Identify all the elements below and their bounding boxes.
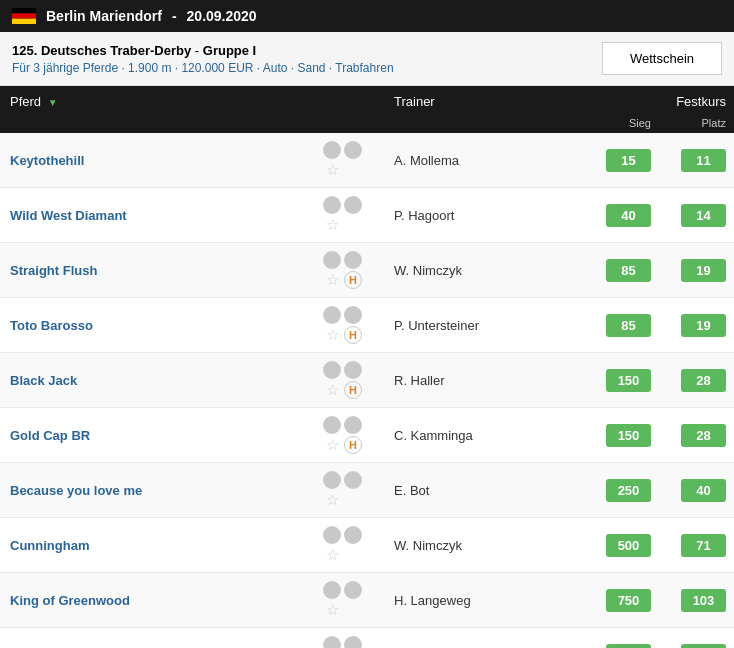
header-location: Berlin Mariendorf <box>46 8 162 24</box>
platz-odds-btn[interactable]: 103 <box>681 589 726 612</box>
icon-circle-2 <box>344 526 362 544</box>
sieg-odds-btn[interactable]: 40 <box>606 204 651 227</box>
horse-name-cell: King of Greenwood <box>0 573 319 628</box>
table-row: Venture Capital☆W. Nimczyk750103 <box>0 628 734 649</box>
icon-circle-1 <box>323 361 341 379</box>
table-row: Black Jack☆HR. Haller15028 <box>0 353 734 408</box>
table-header-row: Pferd ▼ Trainer Festkurs <box>0 86 734 117</box>
icon-star: ☆ <box>323 216 341 234</box>
trainer-cell: W. Nimczyk <box>384 243 584 298</box>
icon-circle-1 <box>323 306 341 324</box>
sieg-odds[interactable]: 85 <box>584 298 659 353</box>
race-info: 125. Deutsches Traber-Derby - Gruppe I F… <box>12 43 394 75</box>
sieg-odds[interactable]: 40 <box>584 188 659 243</box>
platz-odds[interactable]: 40 <box>659 463 734 518</box>
wettschein-button[interactable]: Wettschein <box>602 42 722 75</box>
horse-name[interactable]: Toto Barosso <box>10 318 93 333</box>
platz-odds[interactable]: 11 <box>659 133 734 188</box>
horse-name-cell: Cunningham <box>0 518 319 573</box>
horse-icons-cell: ☆H <box>319 408 384 463</box>
header-date: 20.09.2020 <box>187 8 257 24</box>
horse-name[interactable]: Because you love me <box>10 483 142 498</box>
sieg-odds[interactable]: 750 <box>584 628 659 649</box>
sieg-odds[interactable]: 150 <box>584 408 659 463</box>
horse-icons-cell: ☆ <box>319 573 384 628</box>
icon-circle-1 <box>323 581 341 599</box>
table-subheader-row: Sieg Platz <box>0 117 734 133</box>
svg-rect-0 <box>12 8 36 13</box>
platz-subheader: Platz <box>659 117 734 133</box>
platz-odds-btn[interactable]: 19 <box>681 259 726 282</box>
icon-star: ☆ <box>323 326 341 344</box>
sieg-odds-btn[interactable]: 250 <box>606 479 651 502</box>
icon-star: ☆ <box>323 161 341 179</box>
race-details: Für 3 jährige Pferde · 1.900 m · 120.000… <box>12 61 394 75</box>
table-row: Cunningham☆W. Nimczyk50071 <box>0 518 734 573</box>
pferd-header: Pferd ▼ <box>0 86 384 117</box>
sieg-odds-btn[interactable]: 750 <box>606 589 651 612</box>
platz-odds-btn[interactable]: 28 <box>681 369 726 392</box>
platz-odds[interactable]: 71 <box>659 518 734 573</box>
platz-odds-btn[interactable]: 71 <box>681 534 726 557</box>
icon-circle-2 <box>344 361 362 379</box>
table-row: Keytothehill☆A. Mollema1511 <box>0 133 734 188</box>
icon-circle-1 <box>323 416 341 434</box>
table-row: Straight Flush☆HW. Nimczyk8519 <box>0 243 734 298</box>
horse-name-cell: Wild West Diamant <box>0 188 319 243</box>
horse-name[interactable]: Straight Flush <box>10 263 97 278</box>
icon-star: ☆ <box>323 381 341 399</box>
horse-name-cell: Black Jack <box>0 353 319 408</box>
horse-name[interactable]: King of Greenwood <box>10 593 130 608</box>
sieg-odds[interactable]: 15 <box>584 133 659 188</box>
table-row: Toto Barosso☆HP. Untersteiner8519 <box>0 298 734 353</box>
platz-odds-btn[interactable]: 103 <box>681 644 726 649</box>
platz-odds[interactable]: 28 <box>659 353 734 408</box>
sieg-odds-btn[interactable]: 15 <box>606 149 651 172</box>
trainer-cell: W. Nimczyk <box>384 518 584 573</box>
sieg-odds[interactable]: 150 <box>584 353 659 408</box>
horse-name[interactable]: Keytothehill <box>10 153 84 168</box>
festkurs-header: Festkurs <box>584 86 734 117</box>
sieg-odds[interactable]: 500 <box>584 518 659 573</box>
sieg-odds[interactable]: 250 <box>584 463 659 518</box>
platz-odds-btn[interactable]: 14 <box>681 204 726 227</box>
sieg-odds-btn[interactable]: 85 <box>606 314 651 337</box>
horse-name-cell: Venture Capital <box>0 628 319 649</box>
platz-odds-btn[interactable]: 28 <box>681 424 726 447</box>
horse-icons-cell: ☆ <box>319 463 384 518</box>
svg-rect-2 <box>12 19 36 24</box>
platz-odds[interactable]: 14 <box>659 188 734 243</box>
horse-name[interactable]: Black Jack <box>10 373 77 388</box>
horse-name[interactable]: Wild West Diamant <box>10 208 127 223</box>
platz-odds[interactable]: 19 <box>659 243 734 298</box>
sieg-odds[interactable]: 750 <box>584 573 659 628</box>
platz-odds[interactable]: 103 <box>659 628 734 649</box>
horse-icons-cell: ☆ <box>319 518 384 573</box>
table-wrapper: Pferd ▼ Trainer Festkurs Sieg Platz Keyt… <box>0 86 734 648</box>
icon-star: ☆ <box>323 546 341 564</box>
trainer-cell: R. Haller <box>384 353 584 408</box>
sieg-odds[interactable]: 85 <box>584 243 659 298</box>
platz-odds[interactable]: 28 <box>659 408 734 463</box>
trainer-cell: P. Hagoort <box>384 188 584 243</box>
sieg-odds-btn[interactable]: 500 <box>606 534 651 557</box>
table-row: King of Greenwood☆H. Langeweg750103 <box>0 573 734 628</box>
platz-odds-btn[interactable]: 19 <box>681 314 726 337</box>
icon-circle-2 <box>344 306 362 324</box>
icon-circle-1 <box>323 526 341 544</box>
platz-odds-btn[interactable]: 11 <box>681 149 726 172</box>
icon-circle-1 <box>323 636 341 648</box>
horse-name-cell: Gold Cap BR <box>0 408 319 463</box>
platz-odds[interactable]: 103 <box>659 573 734 628</box>
sieg-odds-btn[interactable]: 750 <box>606 644 651 649</box>
race-group-name: Gruppe I <box>203 43 256 58</box>
flag-icon <box>12 8 36 24</box>
horse-name[interactable]: Gold Cap BR <box>10 428 90 443</box>
sub-header: 125. Deutsches Traber-Derby - Gruppe I F… <box>0 32 734 86</box>
sieg-odds-btn[interactable]: 150 <box>606 424 651 447</box>
platz-odds[interactable]: 19 <box>659 298 734 353</box>
sieg-odds-btn[interactable]: 150 <box>606 369 651 392</box>
sieg-odds-btn[interactable]: 85 <box>606 259 651 282</box>
horse-name[interactable]: Cunningham <box>10 538 89 553</box>
platz-odds-btn[interactable]: 40 <box>681 479 726 502</box>
